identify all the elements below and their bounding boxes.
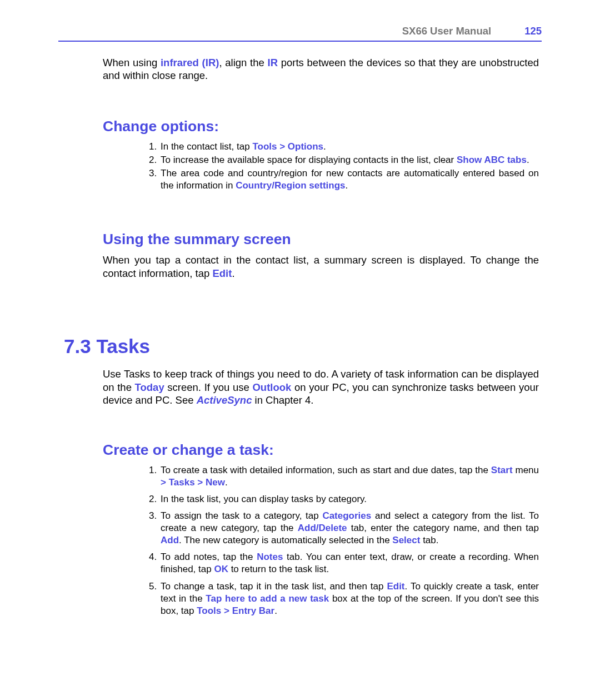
text: The area code and country/region for new… bbox=[161, 168, 539, 191]
keyword-add: Add bbox=[161, 535, 179, 545]
list-item: To increase the available space for disp… bbox=[159, 154, 539, 166]
keyword-select: Select bbox=[392, 535, 420, 545]
intro-paragraph: When using infrared (IR), align the IR p… bbox=[103, 56, 539, 82]
page-header: SX66 User Manual 125 bbox=[58, 25, 542, 42]
text: . bbox=[527, 155, 529, 165]
keyword-infrared: infrared (IR) bbox=[161, 57, 219, 68]
list-item: To change a task, tap it in the task lis… bbox=[159, 580, 539, 617]
text: In the task list, you can display tasks … bbox=[161, 494, 367, 504]
keyword-tasks-new: > Tasks > New bbox=[161, 477, 225, 488]
text: in Chapter 4. bbox=[252, 394, 313, 406]
keyword-edit: Edit bbox=[212, 267, 232, 279]
keyword-add-delete: Add/Delete bbox=[298, 523, 347, 533]
list-item: To create a task with detailed informati… bbox=[159, 464, 539, 489]
keyword-today: Today bbox=[135, 381, 164, 393]
text: tab. bbox=[420, 535, 438, 545]
header-page-number: 125 bbox=[524, 25, 542, 37]
keyword-tools-options: Tools > Options bbox=[252, 141, 323, 152]
document-page: SX66 User Manual 125 When using infrared… bbox=[0, 0, 600, 655]
summary-paragraph: When you tap a contact in the contact li… bbox=[103, 254, 539, 280]
create-task-list: To create a task with detailed informati… bbox=[159, 464, 539, 617]
page-content: When using infrared (IR), align the IR p… bbox=[58, 56, 542, 617]
list-item: To assign the task to a category, tap Ca… bbox=[159, 510, 539, 547]
list-item: In the contact list, tap Tools > Options… bbox=[159, 141, 539, 153]
text: . bbox=[346, 180, 348, 191]
text: . bbox=[232, 267, 234, 279]
keyword-activesync: ActiveSync bbox=[197, 394, 252, 406]
text: To assign the task to a category, tap bbox=[161, 510, 322, 521]
keyword-edit2: Edit bbox=[387, 581, 404, 592]
text: . bbox=[323, 141, 326, 152]
heading-change-options: Change options: bbox=[103, 118, 539, 135]
text: . bbox=[274, 605, 277, 616]
list-item: In the task list, you can display tasks … bbox=[159, 493, 539, 505]
text: menu bbox=[513, 465, 539, 475]
keyword-ir: IR bbox=[268, 57, 278, 68]
text: To add notes, tap the bbox=[161, 552, 257, 562]
change-options-list: In the contact list, tap Tools > Options… bbox=[159, 141, 539, 192]
text: In the contact list, tap bbox=[161, 141, 252, 152]
heading-summary-screen: Using the summary screen bbox=[103, 231, 539, 248]
header-title: SX66 User Manual bbox=[402, 25, 491, 37]
keyword-country-region: Country/Region settings bbox=[236, 180, 345, 191]
list-item: The area code and country/region for new… bbox=[159, 167, 539, 192]
text: When you tap a contact in the contact li… bbox=[103, 254, 539, 279]
tasks-paragraph: Use Tasks to keep track of things you ne… bbox=[103, 368, 539, 406]
keyword-tools-entry-bar: Tools > Entry Bar bbox=[197, 605, 274, 616]
keyword-start: Start bbox=[491, 465, 513, 475]
text: . The new category is automatically sele… bbox=[179, 535, 392, 545]
list-item: To add notes, tap the Notes tab. You can… bbox=[159, 551, 539, 575]
keyword-outlook: Outlook bbox=[252, 381, 291, 393]
text: . bbox=[225, 477, 228, 488]
text: To create a task with detailed informati… bbox=[161, 465, 491, 475]
text: To increase the available space for disp… bbox=[161, 155, 457, 165]
heading-tasks: 7.3 Tasks bbox=[64, 335, 539, 358]
text: To change a task, tap it in the task lis… bbox=[161, 581, 387, 592]
text: When using bbox=[103, 57, 161, 68]
keyword-notes: Notes bbox=[257, 552, 283, 562]
keyword-ok: OK bbox=[214, 564, 228, 574]
text: screen. If you use bbox=[164, 381, 253, 393]
heading-create-task: Create or change a task: bbox=[103, 441, 539, 459]
keyword-categories: Categories bbox=[322, 510, 371, 521]
text: tab, enter the category name, and then t… bbox=[347, 523, 539, 533]
keyword-tap-here: Tap here to add a new task bbox=[206, 593, 329, 604]
keyword-show-abc-tabs: Show ABC tabs bbox=[457, 155, 527, 165]
text: to return to the task list. bbox=[228, 564, 329, 574]
text: , align the bbox=[219, 57, 267, 68]
